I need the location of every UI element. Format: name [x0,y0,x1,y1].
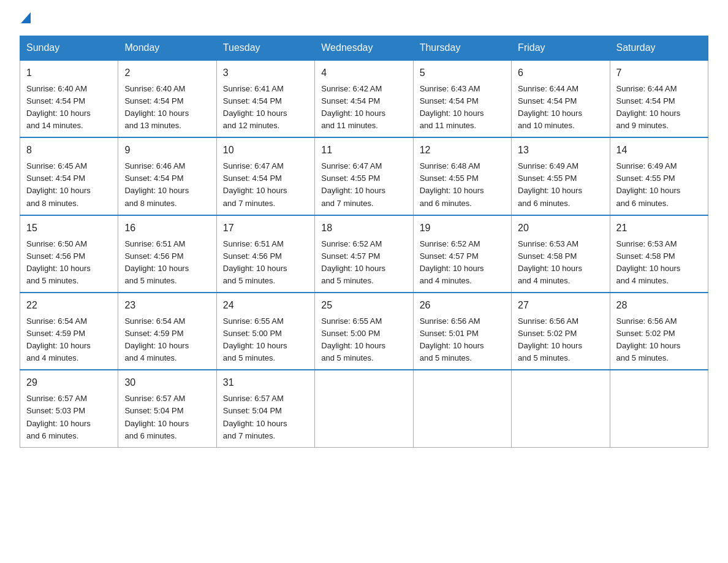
day-info: Sunrise: 6:43 AMSunset: 4:54 PMDaylight:… [420,84,484,130]
calendar-cell: 3Sunrise: 6:41 AMSunset: 4:54 PMDaylight… [216,60,314,137]
weekday-header-sunday: Sunday [20,36,118,61]
svg-marker-0 [21,12,31,23]
calendar-cell: 1Sunrise: 6:40 AMSunset: 4:54 PMDaylight… [20,60,118,137]
calendar-cell [315,370,413,447]
day-info: Sunrise: 6:47 AMSunset: 4:55 PMDaylight:… [321,161,385,207]
day-number: 16 [124,221,210,236]
week-row-5: 29Sunrise: 6:57 AMSunset: 5:03 PMDayligh… [20,370,708,447]
day-info: Sunrise: 6:46 AMSunset: 4:54 PMDaylight:… [124,161,189,207]
week-row-1: 1Sunrise: 6:40 AMSunset: 4:54 PMDaylight… [20,60,708,137]
day-info: Sunrise: 6:53 AMSunset: 4:58 PMDaylight:… [518,239,582,285]
calendar-cell: 21Sunrise: 6:53 AMSunset: 4:58 PMDayligh… [610,215,708,293]
day-info: Sunrise: 6:49 AMSunset: 4:55 PMDaylight:… [518,161,582,207]
calendar-cell: 17Sunrise: 6:51 AMSunset: 4:56 PMDayligh… [216,215,314,293]
day-number: 6 [518,66,603,81]
day-number: 3 [223,66,308,81]
day-number: 13 [518,143,603,158]
calendar-cell: 12Sunrise: 6:48 AMSunset: 4:55 PMDayligh… [413,137,511,215]
calendar-cell: 7Sunrise: 6:44 AMSunset: 4:54 PMDaylight… [610,60,708,137]
day-info: Sunrise: 6:56 AMSunset: 5:01 PMDaylight:… [420,316,484,362]
logo-arrow-icon [21,12,31,23]
calendar-cell: 30Sunrise: 6:57 AMSunset: 5:04 PMDayligh… [118,370,216,447]
day-info: Sunrise: 6:45 AMSunset: 4:54 PMDaylight:… [26,161,91,207]
calendar-cell: 23Sunrise: 6:54 AMSunset: 4:59 PMDayligh… [118,293,216,370]
day-number: 19 [420,221,505,236]
calendar-cell: 18Sunrise: 6:52 AMSunset: 4:57 PMDayligh… [315,215,413,293]
calendar-cell: 10Sunrise: 6:47 AMSunset: 4:54 PMDayligh… [216,137,314,215]
day-info: Sunrise: 6:51 AMSunset: 4:56 PMDaylight:… [223,239,287,285]
weekday-header-monday: Monday [118,36,216,61]
calendar-cell: 15Sunrise: 6:50 AMSunset: 4:56 PMDayligh… [20,215,118,293]
calendar-cell: 8Sunrise: 6:45 AMSunset: 4:54 PMDaylight… [20,137,118,215]
page-header [20,15,708,23]
day-number: 25 [321,298,406,313]
day-info: Sunrise: 6:44 AMSunset: 4:54 PMDaylight:… [616,84,681,130]
day-number: 11 [321,143,406,158]
day-number: 24 [223,298,308,313]
calendar-cell: 9Sunrise: 6:46 AMSunset: 4:54 PMDaylight… [118,137,216,215]
calendar-cell: 2Sunrise: 6:40 AMSunset: 4:54 PMDaylight… [118,60,216,137]
day-info: Sunrise: 6:53 AMSunset: 4:58 PMDaylight:… [616,239,681,285]
day-info: Sunrise: 6:57 AMSunset: 5:04 PMDaylight:… [124,394,189,440]
day-number: 20 [518,221,603,236]
calendar-cell: 11Sunrise: 6:47 AMSunset: 4:55 PMDayligh… [315,137,413,215]
day-info: Sunrise: 6:48 AMSunset: 4:55 PMDaylight:… [420,161,484,207]
day-info: Sunrise: 6:57 AMSunset: 5:03 PMDaylight:… [26,394,91,440]
day-number: 9 [124,143,210,158]
day-info: Sunrise: 6:54 AMSunset: 4:59 PMDaylight:… [124,316,189,362]
day-number: 4 [321,66,406,81]
day-number: 26 [420,298,505,313]
day-number: 29 [26,375,112,391]
day-number: 30 [124,375,210,391]
day-number: 31 [223,375,308,391]
week-row-4: 22Sunrise: 6:54 AMSunset: 4:59 PMDayligh… [20,293,708,370]
calendar-cell: 31Sunrise: 6:57 AMSunset: 5:04 PMDayligh… [216,370,314,447]
calendar-cell [512,370,610,447]
day-number: 10 [223,143,308,158]
day-info: Sunrise: 6:56 AMSunset: 5:02 PMDaylight:… [616,316,681,362]
calendar-cell: 26Sunrise: 6:56 AMSunset: 5:01 PMDayligh… [413,293,511,370]
logo [20,15,31,23]
weekday-header-tuesday: Tuesday [216,36,314,61]
day-info: Sunrise: 6:52 AMSunset: 4:57 PMDaylight:… [321,239,385,285]
calendar-cell [413,370,511,447]
day-number: 2 [124,66,210,81]
calendar-cell: 25Sunrise: 6:55 AMSunset: 5:00 PMDayligh… [315,293,413,370]
weekday-header-saturday: Saturday [610,36,708,61]
day-info: Sunrise: 6:54 AMSunset: 4:59 PMDaylight:… [26,316,91,362]
day-info: Sunrise: 6:49 AMSunset: 4:55 PMDaylight:… [616,161,681,207]
day-number: 17 [223,221,308,236]
day-info: Sunrise: 6:52 AMSunset: 4:57 PMDaylight:… [420,239,484,285]
day-number: 18 [321,221,406,236]
week-row-3: 15Sunrise: 6:50 AMSunset: 4:56 PMDayligh… [20,215,708,293]
day-info: Sunrise: 6:44 AMSunset: 4:54 PMDaylight:… [518,84,582,130]
day-info: Sunrise: 6:42 AMSunset: 4:54 PMDaylight:… [321,84,385,130]
calendar-cell: 27Sunrise: 6:56 AMSunset: 5:02 PMDayligh… [512,293,610,370]
calendar-cell: 5Sunrise: 6:43 AMSunset: 4:54 PMDaylight… [413,60,511,137]
weekday-header-thursday: Thursday [413,36,511,61]
calendar-cell: 13Sunrise: 6:49 AMSunset: 4:55 PMDayligh… [512,137,610,215]
week-row-2: 8Sunrise: 6:45 AMSunset: 4:54 PMDaylight… [20,137,708,215]
day-number: 15 [26,221,112,236]
calendar-cell: 28Sunrise: 6:56 AMSunset: 5:02 PMDayligh… [610,293,708,370]
day-number: 7 [616,66,702,81]
day-number: 27 [518,298,603,313]
day-info: Sunrise: 6:55 AMSunset: 5:00 PMDaylight:… [223,316,287,362]
calendar-cell: 4Sunrise: 6:42 AMSunset: 4:54 PMDaylight… [315,60,413,137]
calendar-cell: 20Sunrise: 6:53 AMSunset: 4:58 PMDayligh… [512,215,610,293]
calendar-table: SundayMondayTuesdayWednesdayThursdayFrid… [20,36,708,448]
day-number: 21 [616,221,702,236]
day-number: 12 [420,143,505,158]
day-info: Sunrise: 6:47 AMSunset: 4:54 PMDaylight:… [223,161,287,207]
weekday-header-row: SundayMondayTuesdayWednesdayThursdayFrid… [20,36,708,61]
day-info: Sunrise: 6:40 AMSunset: 4:54 PMDaylight:… [124,84,189,130]
day-info: Sunrise: 6:56 AMSunset: 5:02 PMDaylight:… [518,316,582,362]
calendar-cell: 22Sunrise: 6:54 AMSunset: 4:59 PMDayligh… [20,293,118,370]
day-number: 5 [420,66,505,81]
calendar-cell [610,370,708,447]
day-number: 1 [26,66,112,81]
calendar-cell: 14Sunrise: 6:49 AMSunset: 4:55 PMDayligh… [610,137,708,215]
day-number: 14 [616,143,702,158]
day-number: 28 [616,298,702,313]
calendar-cell: 16Sunrise: 6:51 AMSunset: 4:56 PMDayligh… [118,215,216,293]
